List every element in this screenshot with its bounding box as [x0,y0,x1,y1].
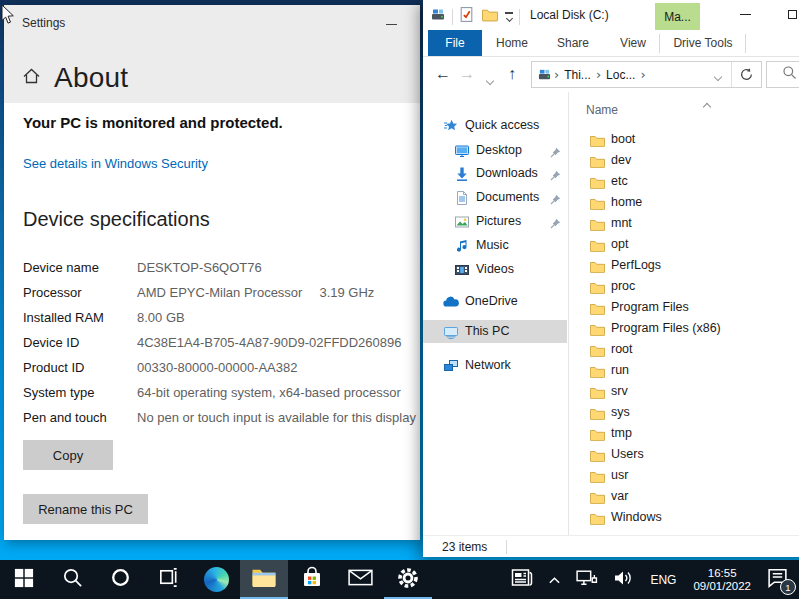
edge-button[interactable] [192,560,240,599]
file-row[interactable]: sys [570,402,799,423]
spec-value: 00330-80000-00000-AA382 [137,360,297,375]
minimize-button[interactable] [382,17,404,31]
up-button[interactable]: ↑ [508,63,516,85]
file-row[interactable]: Program Files (x86) [570,318,799,339]
task-view-button[interactable] [144,560,192,599]
tab-view[interactable]: View [606,30,660,56]
file-row[interactable]: Program Files [570,297,799,318]
action-center-button[interactable]: 1 [759,560,799,599]
clock[interactable]: 16:55 09/01/2022 [685,560,759,599]
nav-item-videos[interactable]: Videos [423,258,567,281]
qat-customize-icon[interactable] [505,12,513,20]
copy-button[interactable]: Copy [23,440,113,470]
search-input[interactable] [766,61,799,88]
folder-name: opt [611,237,628,251]
clock-time: 16:55 [693,567,751,580]
nav-item-pictures[interactable]: Pictures [423,210,567,233]
language-indicator[interactable]: ENG [641,560,685,599]
file-row[interactable]: dev [570,150,799,171]
crumb-local-disk[interactable]: Loc... [606,68,635,82]
volume-button[interactable] [605,560,641,599]
refresh-icon[interactable] [732,62,761,87]
file-row[interactable]: run [570,360,799,381]
nav-item-quick-access[interactable]: Quick access [423,114,567,137]
pane-separator[interactable] [568,92,569,535]
file-row[interactable]: opt [570,234,799,255]
manage-context-badge[interactable]: Ma... [655,3,700,30]
file-row[interactable]: root [570,339,799,360]
file-row[interactable]: proc [570,276,799,297]
file-row[interactable]: var [570,486,799,507]
folder-icon [590,469,605,487]
tab-home[interactable]: Home [485,30,539,56]
chevron-up-icon [548,571,561,589]
file-row[interactable]: Windows [570,507,799,528]
minimize-button[interactable] [729,0,761,28]
folder-name: sys [611,405,630,419]
settings-window-title: Settings [22,16,65,30]
folder-icon [590,301,605,319]
back-button[interactable]: ← [435,63,451,85]
tab-drive-tools[interactable]: Drive Tools [663,30,743,56]
spec-value: 64-bit operating system, x64-based proce… [137,385,401,400]
windows-security-link[interactable]: See details in Windows Security [23,156,208,171]
breadcrumb[interactable]: › Thi... › Loc... › [531,61,762,88]
navigation-pane: Quick accessDesktopDownloadsDocumentsPic… [423,92,567,535]
start-button[interactable] [0,560,48,599]
home-icon [22,67,41,89]
file-row[interactable]: boot [570,129,799,150]
file-row[interactable]: srv [570,381,799,402]
maximize-button[interactable] [776,0,799,28]
folder-name: tmp [611,426,632,440]
mail-button[interactable] [336,560,384,599]
documents-icon [453,189,471,206]
folder-icon [590,511,605,529]
nav-item-documents[interactable]: Documents [423,186,567,209]
spec-row: Pen and touchNo pen or touch input is av… [23,405,420,430]
file-row[interactable]: PerfLogs [570,255,799,276]
file-row[interactable]: etc [570,171,799,192]
crumb-this-pc[interactable]: Thi... [564,68,591,82]
store-button[interactable] [288,560,336,599]
tab-file[interactable]: File [428,30,482,56]
folder-icon [590,406,605,424]
notification-badge: 1 [780,579,796,595]
new-folder-icon[interactable] [482,8,498,26]
nav-item-label: Quick access [465,118,539,132]
rename-pc-button[interactable]: Rename this PC [23,494,148,524]
pin-icon [550,215,561,233]
folder-name: dev [611,153,631,167]
settings-button[interactable] [384,560,432,599]
tray-expand-button[interactable] [541,560,568,599]
taskbar-search-button[interactable] [48,560,96,599]
file-row[interactable]: Users [570,444,799,465]
recent-locations-chevron[interactable] [487,70,493,88]
file-row[interactable]: mnt [570,213,799,234]
properties-icon[interactable] [459,6,474,27]
desktop-icon [453,142,471,159]
file-row[interactable]: home [570,192,799,213]
file-explorer-button[interactable] [240,560,288,599]
column-header-name[interactable]: Name [586,103,618,117]
nav-item-label: Downloads [476,166,538,180]
file-row[interactable]: tmp [570,423,799,444]
nav-item-desktop[interactable]: Desktop [423,139,567,162]
pin-icon [550,144,561,162]
nav-item-onedrive[interactable]: OneDrive [423,290,567,313]
spec-value: DESKTOP-S6QOT76 [137,260,262,275]
folder-icon [590,175,605,193]
spec-label: Product ID [23,355,137,380]
nav-item-this-pc[interactable]: This PC [423,320,567,343]
nav-item-network[interactable]: Network [423,354,567,377]
file-row[interactable]: usr [570,465,799,486]
cortana-button[interactable] [96,560,144,599]
forward-button[interactable]: → [459,63,475,85]
tab-share[interactable]: Share [543,30,603,56]
nav-item-downloads[interactable]: Downloads [423,162,567,185]
crumb-separator: › [596,67,601,82]
address-dropdown-chevron[interactable] [715,66,721,84]
this-pc-icon [442,323,460,340]
news-widget-button[interactable] [503,560,541,599]
nav-item-music[interactable]: Music [423,234,567,257]
network-tray-button[interactable] [568,560,605,599]
